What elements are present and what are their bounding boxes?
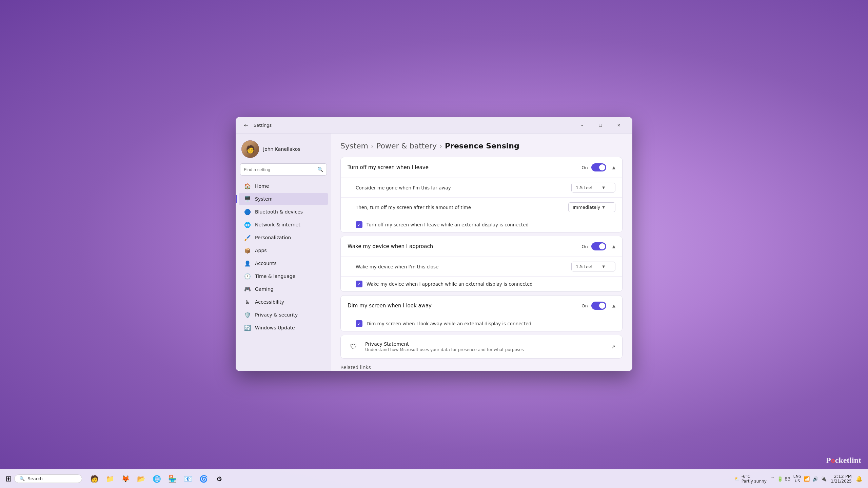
taskbar-edge[interactable]: 🌐 xyxy=(150,472,163,486)
wake-device-chevron[interactable]: ▲ xyxy=(612,244,615,249)
system-tray: ^ 🔋 83 ENG US 📶 🔊 🔌 xyxy=(771,474,827,483)
turn-off-screen-header[interactable]: Turn off my screen when I leave On ▲ xyxy=(341,157,622,178)
pocketlint-watermark: Pocketlint xyxy=(826,456,861,465)
taskbar-chrome[interactable]: 🌀 xyxy=(197,472,210,486)
dim-screen-controls: On ▲ xyxy=(581,302,615,310)
dim-screen-header[interactable]: Dim my screen when I look away On ▲ xyxy=(341,296,622,316)
sidebar: 🧑 John Kanellakos 🔍 🏠 Home 🖥️ System 🔵 B… xyxy=(236,134,331,371)
external-link-icon[interactable]: ↗ xyxy=(611,344,615,349)
avatar[interactable]: 🧑 xyxy=(241,140,259,158)
chevron-down-icon-2: ▼ xyxy=(602,205,605,209)
sidebar-item-label-home: Home xyxy=(255,183,269,189)
bluetooth-icon: 🔵 xyxy=(244,208,251,215)
sidebar-item-label-accessibility: Accessibility xyxy=(255,299,284,305)
sidebar-item-system[interactable]: 🖥️ System xyxy=(239,193,328,205)
notification-bell-icon[interactable]: 🔔 xyxy=(856,475,863,482)
dim-external-display-row: ✓ Dim my screen when I look away while a… xyxy=(341,316,622,331)
dim-screen-toggle[interactable] xyxy=(591,302,606,310)
search-icon[interactable]: 🔍 xyxy=(317,167,323,172)
checkmark-icon-2: ✓ xyxy=(357,282,361,287)
time-icon: 🕐 xyxy=(244,273,251,280)
consider-gone-dropdown[interactable]: 1.5 feet ▼ xyxy=(571,183,615,192)
sidebar-item-bluetooth[interactable]: 🔵 Bluetooth & devices xyxy=(239,206,328,218)
start-button[interactable]: ⊞ xyxy=(5,474,12,483)
taskbar-browser1[interactable]: 🦊 xyxy=(119,472,132,486)
clock-time: 2:12 PM xyxy=(831,474,852,479)
turn-off-screen-chevron[interactable]: ▲ xyxy=(612,165,615,170)
wake-device-section: Wake my device when I approach On ▲ Wake… xyxy=(340,236,623,292)
dim-screen-on-label: On xyxy=(581,303,588,308)
taskbar-apps: 🧑 📁 🦊 📂 🌐 🏪 📧 🌀 ⚙️ xyxy=(87,472,226,486)
wifi-icon[interactable]: 📶 xyxy=(804,476,810,482)
taskbar-files[interactable]: 📂 xyxy=(134,472,148,486)
main-content: System › Power & battery › Presence Sens… xyxy=(331,134,632,371)
back-button[interactable]: ← xyxy=(241,121,251,130)
sidebar-item-gaming[interactable]: 🎮 Gaming xyxy=(239,283,328,295)
gaming-icon: 🎮 xyxy=(244,286,251,292)
wake-close-value: 1.5 feet xyxy=(576,264,593,269)
sidebar-item-time[interactable]: 🕐 Time & language xyxy=(239,270,328,282)
sidebar-item-apps[interactable]: 📦 Apps xyxy=(239,244,328,257)
wake-close-label: Wake my device when I'm this close xyxy=(356,264,571,269)
sidebar-item-network[interactable]: 🌐 Network & internet xyxy=(239,219,328,231)
sidebar-item-update[interactable]: 🔄 Windows Update xyxy=(239,322,328,334)
search-box[interactable]: 🔍 xyxy=(240,163,327,176)
privacy-card[interactable]: 🛡 Privacy Statement Understand how Micro… xyxy=(340,335,623,359)
sidebar-item-privacy[interactable]: 🛡️ Privacy & security xyxy=(239,309,328,321)
window-title: Settings xyxy=(254,123,272,128)
avatar-image: 🧑 xyxy=(241,140,259,158)
turn-off-time-dropdown[interactable]: Immediately ▼ xyxy=(568,202,615,212)
taskbar-settings-app[interactable]: ⚙️ xyxy=(212,472,226,486)
sidebar-item-accessibility[interactable]: ♿ Accessibility xyxy=(239,296,328,308)
language-indicator[interactable]: ENG US xyxy=(793,474,802,483)
breadcrumb-system[interactable]: System xyxy=(340,142,368,150)
sidebar-item-label-time: Time & language xyxy=(255,273,295,279)
turn-off-screen-controls: On ▲ xyxy=(581,163,615,171)
sidebar-item-label-apps: Apps xyxy=(255,248,267,253)
wake-device-toggle[interactable] xyxy=(591,242,606,250)
battery-icon[interactable]: 🔋 83 xyxy=(777,476,790,482)
chevron-up-icon[interactable]: ^ xyxy=(771,476,775,482)
window-controls: – ☐ ✕ xyxy=(574,120,627,131)
maximize-button[interactable]: ☐ xyxy=(593,120,608,131)
wake-device-title: Wake my device when I approach xyxy=(348,243,581,249)
taskbar-store[interactable]: 🏪 xyxy=(165,472,179,486)
user-section: 🧑 John Kanellakos xyxy=(236,138,331,163)
apps-icon: 📦 xyxy=(244,247,251,254)
wake-close-dropdown[interactable]: 1.5 feet ▼ xyxy=(571,262,615,271)
system-clock[interactable]: 2:12 PM 1/21/2025 xyxy=(831,474,852,484)
turn-off-screen-toggle[interactable] xyxy=(591,163,606,171)
wake-device-header[interactable]: Wake my device when I approach On ▲ xyxy=(341,236,622,257)
dim-external-display-checkbox[interactable]: ✓ xyxy=(356,320,362,327)
system-icon: 🖥️ xyxy=(244,196,251,202)
consider-gone-value: 1.5 feet xyxy=(576,185,593,190)
sidebar-item-personalization[interactable]: 🖌️ Personalization xyxy=(239,231,328,244)
sidebar-item-home[interactable]: 🏠 Home xyxy=(239,180,328,192)
privacy-text: Privacy Statement Understand how Microso… xyxy=(365,341,606,352)
close-button[interactable]: ✕ xyxy=(611,120,627,131)
taskbar-mail[interactable]: 📧 xyxy=(181,472,195,486)
dim-screen-chevron[interactable]: ▲ xyxy=(612,303,615,308)
taskbar: ⊞ 🔍 Search 🧑 📁 🦊 📂 🌐 🏪 📧 🌀 ⚙️ ⛅ -6°C Par… xyxy=(0,469,868,488)
breadcrumb-power[interactable]: Power & battery xyxy=(376,142,437,150)
taskbar-avatar[interactable]: 🧑 xyxy=(87,472,101,486)
chevron-down-icon-3: ▼ xyxy=(602,265,605,268)
power-icon[interactable]: 🔌 xyxy=(821,476,827,482)
external-display-checkbox-1[interactable]: ✓ xyxy=(356,221,362,228)
search-magnifier-icon: 🔍 xyxy=(19,476,25,481)
breadcrumb-sep-1: › xyxy=(371,142,374,150)
external-display-checkbox-2[interactable]: ✓ xyxy=(356,281,362,287)
taskbar-search-box[interactable]: 🔍 Search xyxy=(14,474,82,483)
sidebar-item-accounts[interactable]: 👤 Accounts xyxy=(239,257,328,269)
external-display-label-1: Turn off my screen when I leave while an… xyxy=(367,222,529,227)
shield-icon: 🛡 xyxy=(348,341,360,353)
sidebar-item-label-accounts: Accounts xyxy=(255,261,277,266)
privacy-title: Privacy Statement xyxy=(365,341,606,347)
settings-window: ← Settings – ☐ ✕ 🧑 John Kanellakos 🔍 🏠 xyxy=(236,117,632,371)
clock-date: 1/21/2025 xyxy=(831,479,852,484)
search-input[interactable] xyxy=(244,167,317,172)
sidebar-item-label-bluetooth: Bluetooth & devices xyxy=(255,209,303,215)
minimize-button[interactable]: – xyxy=(574,120,590,131)
volume-icon[interactable]: 🔊 xyxy=(812,476,818,482)
taskbar-file-explorer[interactable]: 📁 xyxy=(103,472,117,486)
